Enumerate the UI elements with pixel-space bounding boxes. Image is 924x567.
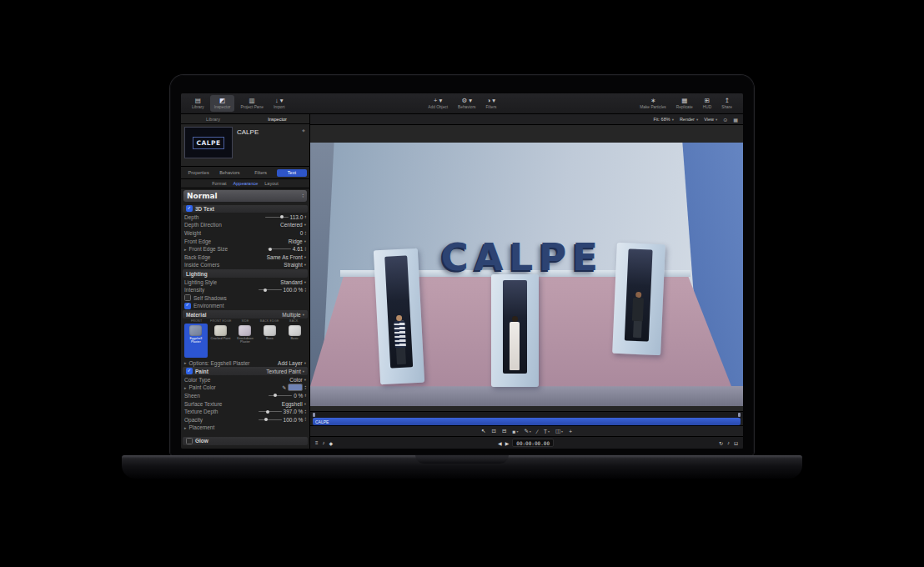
value-stepper[interactable]: ▴▾ (304, 288, 306, 293)
material-cracked-paint[interactable]: Cracked Paint (209, 324, 233, 358)
text-tool[interactable]: T▾ (544, 429, 550, 434)
style-preset-well[interactable]: Normal ▴▾ (183, 190, 307, 202)
material-popup[interactable]: Multiple (282, 312, 300, 318)
toolbar-button-hud[interactable]: ⊞HUD (699, 95, 716, 112)
play-range-end-marker[interactable] (738, 413, 741, 417)
depth-value[interactable]: 113.0 (290, 214, 304, 220)
toolbar-button-add-object[interactable]: + ▾Add Object (424, 95, 452, 112)
bezier-tool[interactable]: ✎▾ (524, 428, 530, 434)
toolbar-button-share[interactable]: ↥Share (717, 95, 736, 112)
opacity-value[interactable]: 100.0 % (284, 417, 304, 423)
3d-text-checkbox[interactable] (186, 205, 193, 212)
toolbar-button-behaviors[interactable]: ⚙ ▾Behaviors (454, 95, 480, 112)
value-stepper[interactable]: ▴▾ (304, 215, 306, 220)
grid-icon[interactable]: ▦ (733, 117, 738, 123)
front-edge-popup[interactable]: Ridge (289, 238, 303, 244)
value-stepper[interactable]: ▴▾ (304, 417, 306, 422)
render-menu[interactable]: Render▾ (680, 117, 698, 122)
view-menu[interactable]: View▾ (704, 117, 717, 122)
previous-frame-button[interactable]: ◀ (498, 440, 502, 446)
zoom-level-menu[interactable]: Fit: 68%▾ (653, 117, 673, 122)
self-shadows-checkbox[interactable] (184, 294, 191, 301)
texture-depth-value[interactable]: 397.0 % (284, 409, 304, 414)
glow-checkbox[interactable] (186, 438, 193, 444)
sheen-slider[interactable] (269, 395, 292, 396)
front-edge-size-value[interactable]: 4.61 (293, 246, 304, 252)
opacity-slider[interactable] (259, 419, 282, 420)
paint-color-swatch[interactable] (288, 384, 303, 391)
toolbar-button-inspector[interactable]: ◩Inspector (210, 95, 235, 112)
overlays-icon[interactable]: ⊙ (723, 117, 727, 123)
value-stepper[interactable]: ▴▾ (304, 231, 306, 236)
timeline-ruler[interactable] (310, 411, 743, 418)
shape-tool[interactable]: ■▾ (512, 429, 518, 434)
lighting-style-popup[interactable]: Standard (280, 279, 302, 285)
environment-checkbox[interactable] (184, 303, 191, 309)
color-type-popup[interactable]: Color (289, 377, 303, 383)
subtab-format[interactable]: Format (212, 181, 226, 186)
back-edge-popup[interactable]: Same As Front (267, 254, 303, 260)
toolbar-button-import[interactable]: ↓ ▾Import (269, 95, 289, 112)
sheen-value[interactable]: 0 % (294, 393, 303, 399)
intensity-value[interactable]: 100.0 % (284, 287, 304, 293)
inspector-tab-properties[interactable]: Properties (183, 169, 213, 177)
timecode-display[interactable]: 00:00:00.00 (512, 439, 554, 447)
show-audio-icon[interactable]: ♪ (323, 440, 325, 445)
audio-icon[interactable]: ♪ (727, 440, 730, 445)
toolbar-button-replicate[interactable]: ▦Replicate (672, 95, 697, 112)
front-edge-size-slider[interactable] (268, 248, 291, 249)
inspector-tab-filters[interactable]: Filters (246, 169, 276, 177)
disclosure-triangle-icon[interactable]: ▸ (184, 247, 187, 252)
timeline-track-calpe[interactable]: CALPE (313, 418, 741, 425)
disclosure-triangle-icon[interactable]: ▸ (184, 425, 187, 430)
material-eggshell-plaster[interactable]: Eggshell Plaster (184, 324, 208, 358)
toolbar-button-project-pane[interactable]: ▥Project Pane (236, 95, 267, 112)
subtab-appearance[interactable]: Appearance (234, 181, 259, 186)
canvas-viewport[interactable]: CALPE (310, 125, 743, 411)
panel-tab-library[interactable]: Library (181, 114, 245, 123)
loop-icon[interactable]: ↻ (719, 440, 723, 446)
inside-corners-popup[interactable]: Straight (284, 262, 302, 268)
row-material[interactable]: MaterialMultiple▾ (183, 310, 308, 319)
transform-tool[interactable]: ⊡ (492, 428, 496, 434)
row-lighting[interactable]: Lighting (183, 269, 308, 278)
subtab-layout[interactable]: Layout (264, 181, 279, 186)
weight-value[interactable]: 0 (300, 230, 304, 236)
texture-depth-slider[interactable] (259, 411, 282, 412)
value-stepper[interactable]: ▴▾ (304, 247, 306, 252)
toolbar-button-filters[interactable]: ◑ ▾Filters (481, 95, 500, 112)
surface-texture-popup[interactable]: Eggshell (282, 401, 303, 407)
play-button[interactable]: ▶ (505, 440, 510, 446)
mask-tool[interactable]: ◫▾ (555, 428, 563, 434)
preset-stepper[interactable]: ▴▾ (302, 193, 304, 198)
value-stepper[interactable]: ▴▾ (304, 409, 306, 414)
show-timeline-icon[interactable]: ≡ (315, 440, 319, 445)
row-paint[interactable]: PaintTextured Paint▾ (183, 367, 308, 375)
toolbar-button-make-particles[interactable]: ∗Make Particles (635, 95, 670, 112)
intensity-slider[interactable] (259, 289, 282, 290)
inspector-tab-behaviors[interactable]: Behaviors (214, 169, 244, 177)
material-basic[interactable]: Basic (259, 324, 282, 358)
material-knockdown-plaster[interactable]: Knockdown Plaster (234, 324, 257, 358)
pin-icon[interactable]: ⌖ (302, 128, 305, 134)
toolbar-button-library[interactable]: ▤Library (188, 95, 208, 112)
inspector-tab-text[interactable]: Text (277, 169, 307, 177)
add-layer-popup[interactable]: Add Layer (278, 360, 303, 366)
line-tool[interactable]: ∕ (537, 429, 538, 434)
value-stepper[interactable]: ▴▾ (304, 394, 306, 399)
paint-checkbox[interactable] (186, 368, 193, 374)
disclosure-triangle-icon[interactable]: ▸ (184, 385, 187, 390)
depth-direction-popup[interactable]: Centered (280, 222, 303, 228)
paint-popup[interactable]: Textured Paint (266, 369, 301, 374)
output-icon[interactable]: ⊡ (734, 440, 738, 446)
disclosure-triangle-icon[interactable]: ▸ (184, 360, 187, 365)
value-stepper[interactable]: ▴▾ (304, 385, 306, 390)
play-range-start-marker[interactable] (313, 413, 315, 417)
panel-tab-inspector[interactable]: Inspector (245, 114, 309, 123)
adjust-tool[interactable]: + (569, 429, 572, 434)
row-glow[interactable]: Glow (183, 437, 308, 445)
row-3d-text[interactable]: 3D Text (183, 205, 308, 213)
eyedropper-icon[interactable]: ✎ (282, 384, 286, 390)
material-basic[interactable]: Basic (283, 324, 306, 358)
depth-slider[interactable] (265, 217, 289, 218)
